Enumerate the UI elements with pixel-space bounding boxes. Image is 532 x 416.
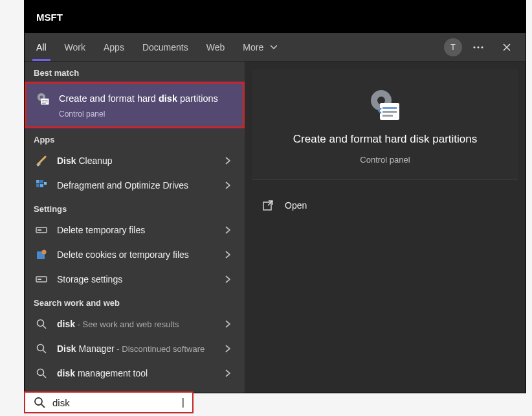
chevron-right-icon [221,154,234,167]
caret-down-icon [267,41,280,54]
text-bold: disk [159,93,177,104]
storage-icon [35,273,48,286]
svg-point-22 [38,344,44,351]
search-input[interactable] [52,397,179,408]
svg-rect-30 [382,111,397,113]
svg-point-17 [42,249,47,254]
text-bold: Disk [57,156,76,166]
svg-line-25 [43,375,47,378]
preview-card: Create and format hard disk partitions C… [252,69,518,179]
setting-delete-temp[interactable]: Delete temporary files [25,218,245,242]
storage-icon [35,224,48,237]
tab-label: Work [65,42,85,52]
section-settings: Settings [25,198,245,218]
tabs-right: T [444,33,523,61]
cookies-icon [35,248,48,261]
preview-title: Create and format hard disk partitions [293,133,477,146]
tab-label: Documents [142,42,188,52]
chevron-right-icon [221,248,234,261]
section-search-web: Search work and web [25,292,245,312]
preview-actions: Open [245,187,526,224]
section-apps: Apps [25,128,245,148]
svg-point-2 [481,46,483,48]
filter-tabs-row: All Work Apps Documents Web More T [25,33,526,62]
app-disk-cleanup[interactable]: Disk Cleanup [25,148,245,173]
tab-more[interactable]: More [234,33,289,61]
svg-rect-6 [42,100,48,101]
svg-rect-9 [36,180,39,183]
svg-point-20 [38,319,44,326]
text: management tool [78,368,148,378]
setting-delete-cookies[interactable]: Delete cookies or temporary files [25,242,245,267]
tab-label: Web [206,42,225,52]
chevron-right-icon [221,273,234,286]
disk-partitions-large-icon [367,87,403,124]
best-match-result[interactable]: Create and format hard disk partitions C… [25,82,245,128]
taskbar-search-box[interactable]: | [24,391,194,413]
text-bold: disk [57,319,75,329]
search-flyout: MSFT All Work Apps Documents Web More T [24,0,526,393]
chevron-right-icon [221,179,234,192]
svg-line-23 [43,350,47,353]
svg-rect-8 [42,103,46,104]
tab-label: All [36,42,47,52]
text: Create and format hard [59,93,159,104]
svg-rect-11 [36,184,39,187]
svg-line-34 [41,404,45,408]
chevron-right-icon [221,224,234,237]
websearch-disk-mgmt-tool[interactable]: disk management tool [25,361,245,386]
app-defragment[interactable]: Defragment and Optimize Drives [25,173,245,198]
tab-work[interactable]: Work [56,33,94,61]
best-match-subtitle: Control panel [59,110,218,119]
results-pane: Best match Create and format hard disk p… [25,62,245,393]
svg-point-33 [35,398,42,405]
svg-rect-29 [382,107,397,109]
svg-rect-10 [40,180,43,183]
flyout-body: Best match Create and format hard disk p… [25,62,526,393]
svg-rect-15 [38,229,41,231]
svg-rect-12 [40,184,43,187]
titlebar: MSFT [25,1,526,33]
user-avatar[interactable]: T [444,38,462,56]
list-item-label: Storage settings [57,274,122,284]
chevron-right-icon [221,367,234,380]
svg-rect-7 [42,102,48,102]
list-item-label: disk - See work and web results [57,319,179,329]
list-item-label: Delete temporary files [57,225,145,235]
avatar-initial: T [450,42,456,52]
svg-point-1 [477,46,479,48]
websearch-disk[interactable]: disk - See work and web results [25,312,245,336]
tab-apps[interactable]: Apps [94,33,133,61]
list-item-label: disk management tool [57,368,148,378]
filter-tabs: All Work Apps Documents Web More [27,33,444,61]
defrag-icon [35,179,48,192]
tab-label: Apps [104,42,124,52]
list-item-label: Disk Cleanup [57,156,113,166]
chevron-right-icon [221,318,234,330]
search-icon [33,396,46,409]
search-icon [35,342,48,355]
text: partitions [177,93,218,104]
tab-web[interactable]: Web [197,33,234,61]
text: Cleanup [76,156,113,166]
disk-partitions-icon [37,93,50,106]
open-action[interactable]: Open [256,191,514,220]
tab-documents[interactable]: Documents [133,33,197,61]
text-sub: - Discontinued software [115,344,205,354]
tab-all[interactable]: All [27,33,56,61]
list-item-label: Disk Manager - Discontinued software [57,343,205,354]
setting-storage[interactable]: Storage settings [25,267,245,292]
open-label: Open [285,200,307,211]
text-cursor: | [182,397,184,408]
tab-label: More [243,42,263,52]
best-match-text: Create and format hard disk partitions C… [59,93,218,119]
text-bold: disk [57,368,78,378]
svg-rect-13 [44,182,47,185]
best-match-title: Create and format hard disk partitions [59,93,218,106]
svg-line-21 [43,325,47,329]
websearch-disk-manager[interactable]: Disk Manager - Discontinued software [25,336,245,361]
svg-rect-19 [38,279,41,280]
search-icon [35,318,48,330]
close-button[interactable] [494,33,519,62]
more-options-button[interactable] [466,33,491,62]
